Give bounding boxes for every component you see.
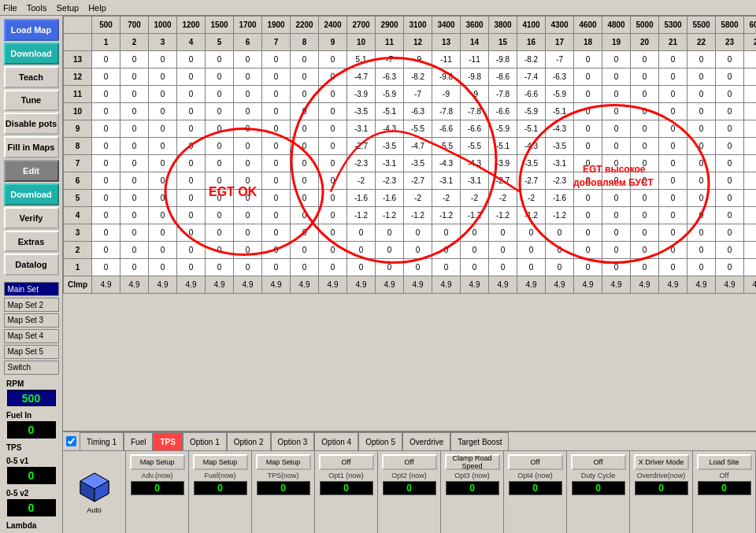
fill-in-maps-button[interactable]: Fill in Maps bbox=[4, 136, 59, 158]
table-cell[interactable]: -2.7 bbox=[489, 172, 517, 190]
table-cell[interactable]: 0 bbox=[716, 103, 744, 120]
table-cell[interactable]: -9.8 bbox=[461, 68, 489, 86]
table-cell[interactable]: -5.5 bbox=[404, 120, 432, 138]
table-cell[interactable]: 0 bbox=[376, 259, 404, 276]
table-cell[interactable]: 0 bbox=[602, 138, 631, 155]
table-cell[interactable]: -4.3 bbox=[376, 120, 404, 138]
table-cell[interactable]: -2 bbox=[347, 172, 376, 190]
tab-checkbox[interactable] bbox=[66, 435, 76, 447]
table-cell[interactable]: 0 bbox=[716, 155, 744, 172]
table-cell[interactable]: 0 bbox=[92, 51, 120, 68]
table-cell[interactable]: 0 bbox=[234, 120, 262, 138]
table-cell[interactable]: 0 bbox=[177, 190, 206, 207]
table-cell[interactable]: 0 bbox=[206, 190, 234, 207]
table-cell[interactable]: 0 bbox=[206, 68, 234, 86]
table-cell[interactable]: -3.5 bbox=[546, 138, 574, 155]
table-cell[interactable]: 0 bbox=[262, 86, 291, 103]
table-cell[interactable]: 0 bbox=[149, 138, 177, 155]
table-cell[interactable]: 0 bbox=[234, 68, 262, 86]
table-cell[interactable]: -1.2 bbox=[376, 207, 404, 224]
table-cell[interactable]: 0 bbox=[149, 51, 177, 68]
table-cell[interactable]: 0 bbox=[262, 103, 291, 120]
table-cell[interactable]: 0 bbox=[319, 172, 347, 190]
table-cell[interactable]: 0 bbox=[177, 51, 206, 68]
table-cell[interactable]: 0 bbox=[716, 86, 744, 103]
table-cell[interactable]: 0 bbox=[120, 120, 149, 138]
table-cell[interactable]: -1.6 bbox=[376, 190, 404, 207]
table-cell[interactable]: 0 bbox=[206, 242, 234, 259]
tab-overdrive[interactable]: Overdrive bbox=[402, 432, 450, 450]
table-cell[interactable]: 0 bbox=[461, 224, 489, 242]
menu-help[interactable]: Help bbox=[88, 3, 106, 13]
table-cell[interactable]: 0 bbox=[716, 207, 744, 224]
table-cell[interactable]: -3.1 bbox=[461, 172, 489, 190]
table-cell[interactable]: 0 bbox=[574, 51, 602, 68]
table-cell[interactable]: -2 bbox=[404, 190, 432, 207]
tab-tps[interactable]: TPS bbox=[153, 432, 182, 450]
table-cell[interactable]: 0 bbox=[631, 86, 659, 103]
table-cell[interactable]: -3.1 bbox=[376, 155, 404, 172]
table-cell[interactable]: 0 bbox=[744, 207, 757, 224]
table-cell[interactable]: 0 bbox=[92, 120, 120, 138]
table-cell[interactable]: 0 bbox=[319, 103, 347, 120]
table-cell[interactable]: 0 bbox=[744, 172, 757, 190]
table-cell[interactable]: 0 bbox=[92, 155, 120, 172]
table-cell[interactable]: 0 bbox=[177, 103, 206, 120]
table-cell[interactable]: 0 bbox=[659, 68, 687, 86]
table-cell[interactable]: 0 bbox=[120, 259, 149, 276]
tab-option-5[interactable]: Option 5 bbox=[358, 432, 402, 450]
table-cell[interactable]: -7.4 bbox=[517, 68, 546, 86]
panel-btn-1[interactable]: Map Setup bbox=[193, 454, 248, 470]
table-cell[interactable]: 0 bbox=[687, 86, 716, 103]
table-cell[interactable]: -4.7 bbox=[347, 68, 376, 86]
table-cell[interactable]: 0 bbox=[631, 103, 659, 120]
table-cell[interactable]: 0 bbox=[149, 172, 177, 190]
table-cell[interactable]: -2 bbox=[489, 190, 517, 207]
table-cell[interactable]: 0 bbox=[347, 242, 376, 259]
table-cell[interactable]: 0 bbox=[206, 224, 234, 242]
table-cell[interactable]: 0 bbox=[177, 86, 206, 103]
table-cell[interactable]: -5.9 bbox=[489, 120, 517, 138]
table-cell[interactable]: -2.7 bbox=[404, 172, 432, 190]
table-cell[interactable]: 0 bbox=[177, 242, 206, 259]
table-cell[interactable]: -9 bbox=[404, 51, 432, 68]
panel-btn-2[interactable]: Map Setup bbox=[256, 454, 311, 470]
table-cell[interactable]: -2 bbox=[517, 190, 546, 207]
table-cell[interactable]: 0 bbox=[744, 68, 757, 86]
table-cell[interactable]: 0 bbox=[659, 103, 687, 120]
verify-button[interactable]: Verify bbox=[4, 207, 59, 229]
table-cell[interactable]: 0 bbox=[206, 103, 234, 120]
table-cell[interactable]: 0 bbox=[149, 242, 177, 259]
table-cell[interactable]: 0 bbox=[489, 224, 517, 242]
panel-btn-0[interactable]: Map Setup bbox=[130, 454, 185, 470]
datalog-button[interactable]: Datalog bbox=[4, 254, 59, 276]
table-cell[interactable]: 0 bbox=[574, 190, 602, 207]
table-cell[interactable]: 0 bbox=[687, 207, 716, 224]
table-cell[interactable]: 0 bbox=[432, 259, 461, 276]
table-cell[interactable]: 0 bbox=[687, 190, 716, 207]
panel-btn-6[interactable]: Off bbox=[508, 454, 563, 470]
table-cell[interactable]: 0 bbox=[177, 120, 206, 138]
table-cell[interactable]: -7.8 bbox=[489, 86, 517, 103]
table-cell[interactable]: 0 bbox=[149, 120, 177, 138]
table-cell[interactable]: 0 bbox=[574, 120, 602, 138]
table-cell[interactable]: 0 bbox=[291, 51, 319, 68]
table-cell[interactable]: 0 bbox=[659, 138, 687, 155]
table-cell[interactable]: -5.1 bbox=[517, 120, 546, 138]
table-cell[interactable]: 0 bbox=[716, 242, 744, 259]
table-cell[interactable]: 0 bbox=[517, 259, 546, 276]
table-cell[interactable]: 0 bbox=[120, 224, 149, 242]
tab-option-1[interactable]: Option 1 bbox=[183, 432, 227, 450]
table-cell[interactable]: 0 bbox=[234, 51, 262, 68]
table-cell[interactable]: 0 bbox=[234, 138, 262, 155]
table-cell[interactable]: -1.2 bbox=[546, 207, 574, 224]
table-cell[interactable]: 0 bbox=[234, 242, 262, 259]
table-cell[interactable]: 0 bbox=[574, 172, 602, 190]
table-cell[interactable]: 0 bbox=[319, 155, 347, 172]
table-cell[interactable]: -9.8 bbox=[489, 51, 517, 68]
table-cell[interactable]: 0 bbox=[659, 242, 687, 259]
menu-setup[interactable]: Setup bbox=[56, 3, 79, 13]
table-cell[interactable]: 0 bbox=[602, 259, 631, 276]
table-cell[interactable]: 0 bbox=[716, 190, 744, 207]
table-cell[interactable]: 0 bbox=[177, 138, 206, 155]
